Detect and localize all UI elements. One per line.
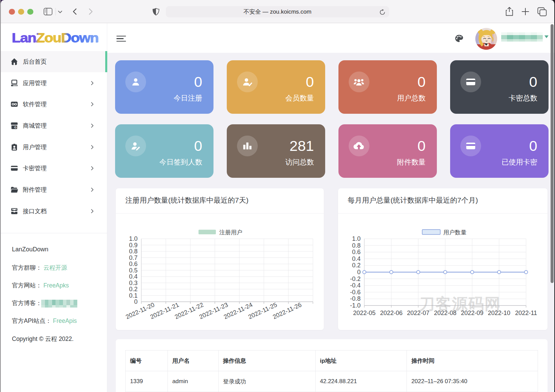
svg-text:0.4: 0.4	[129, 273, 138, 280]
svg-text:0.3: 0.3	[129, 280, 138, 286]
svg-text:-0.8: -0.8	[350, 295, 361, 302]
svg-text:0.8: 0.8	[129, 248, 138, 255]
svg-text:-0.4: -0.4	[350, 282, 361, 289]
svg-text:2022-05: 2022-05	[353, 310, 376, 316]
svg-text:-1.0: -1.0	[350, 302, 361, 309]
svg-text:2022-08: 2022-08	[434, 310, 456, 316]
svg-text:0.6: 0.6	[129, 261, 138, 267]
svg-text:2022-09: 2022-09	[461, 310, 483, 316]
svg-text:-0.2: -0.2	[350, 276, 361, 282]
svg-text:0.7: 0.7	[129, 254, 138, 261]
svg-text:0.8: 0.8	[352, 242, 361, 249]
svg-text:0.9: 0.9	[129, 242, 138, 249]
svg-text:2022-10: 2022-10	[488, 310, 510, 316]
svg-text:0.5: 0.5	[129, 267, 138, 274]
svg-text:2022-06: 2022-06	[380, 310, 402, 316]
svg-text:2022-07: 2022-07	[407, 310, 429, 316]
svg-text:-0.6: -0.6	[350, 289, 361, 296]
svg-text:0.6: 0.6	[352, 249, 361, 255]
svg-text:0: 0	[134, 298, 138, 305]
svg-text:G: G	[14, 126, 17, 129]
svg-text:1.0: 1.0	[352, 235, 361, 242]
svg-text:0.1: 0.1	[129, 292, 138, 299]
svg-text:2022-11: 2022-11	[515, 310, 537, 316]
svg-text:注册用户: 注册用户	[219, 229, 242, 236]
svg-text:0.2: 0.2	[129, 286, 138, 293]
svg-text:0: 0	[357, 269, 361, 276]
svg-text:1.0: 1.0	[129, 235, 138, 242]
svg-text:0.2: 0.2	[352, 262, 361, 269]
svg-text:0.4: 0.4	[352, 255, 361, 262]
svg-text:用户数量: 用户数量	[443, 229, 466, 236]
